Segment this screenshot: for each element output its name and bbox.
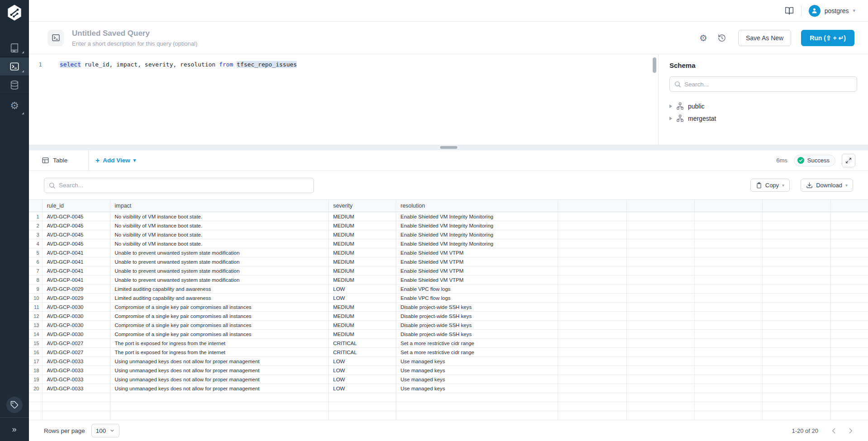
table-cell[interactable]: Enable Shielded VM VTPM <box>396 257 558 266</box>
table-cell[interactable]: LOW <box>328 357 396 366</box>
query-settings-button[interactable]: ⚙ <box>699 33 707 43</box>
table-cell[interactable]: Disable project-wide SSH keys <box>396 330 558 339</box>
table-cell[interactable]: Unable to prevent unwanted system state … <box>110 248 328 257</box>
tab-table[interactable]: Table <box>29 150 89 171</box>
table-cell[interactable]: AVD-GCP-0041 <box>42 257 110 266</box>
table-cell[interactable]: AVD-GCP-0041 <box>42 275 110 285</box>
table-cell[interactable]: MEDIUM <box>328 248 396 257</box>
table-cell[interactable]: AVD-GCP-0029 <box>42 285 110 294</box>
table-cell[interactable]: Set a more restrictive cidr range <box>396 339 558 348</box>
table-cell[interactable]: No visibility of VM instance boot state. <box>110 239 328 248</box>
docs-button[interactable] <box>785 6 794 15</box>
table-cell[interactable]: LOW <box>328 384 396 393</box>
schema-tree-item-public[interactable]: public <box>669 100 857 112</box>
column-header-impact[interactable]: impact <box>110 200 328 212</box>
next-page-button[interactable] <box>847 427 854 435</box>
editor-scrollbar-thumb[interactable] <box>653 57 656 73</box>
copy-button[interactable]: Copy ▾ <box>750 179 790 192</box>
table-cell[interactable]: Enable Shielded VM Integrity Monitoring <box>396 230 558 239</box>
table-cell[interactable]: Unable to prevent unwanted system state … <box>110 275 328 285</box>
query-title[interactable]: Untitled Saved Query <box>72 29 197 38</box>
sidebar-item-repos[interactable] <box>0 39 29 57</box>
sidebar-collapse-button[interactable]: » <box>0 417 29 441</box>
table-cell[interactable]: Use managed keys <box>396 357 558 366</box>
query-history-button[interactable] <box>717 33 726 43</box>
table-cell[interactable]: No visibility of VM instance boot state. <box>110 230 328 239</box>
table-cell[interactable]: AVD-GCP-0033 <box>42 375 110 384</box>
table-cell[interactable]: AVD-GCP-0045 <box>42 221 110 230</box>
table-cell[interactable]: AVD-GCP-0027 <box>42 339 110 348</box>
table-cell[interactable]: AVD-GCP-0030 <box>42 303 110 312</box>
mergestat-logo[interactable] <box>0 0 29 25</box>
table-cell[interactable]: MEDIUM <box>328 312 396 321</box>
table-cell[interactable]: MEDIUM <box>328 257 396 266</box>
table-cell[interactable]: The port is exposed for ingress from the… <box>110 348 328 357</box>
table-cell[interactable]: The port is exposed for ingress from the… <box>110 339 328 348</box>
table-cell[interactable]: Use managed keys <box>396 366 558 375</box>
table-cell[interactable]: Enable Shielded VM Integrity Monitoring <box>396 221 558 230</box>
table-cell[interactable]: MEDIUM <box>328 266 396 275</box>
table-cell[interactable]: Enable Shielded VM VTPM <box>396 248 558 257</box>
table-cell[interactable]: Using unmanaged keys does not allow for … <box>110 384 328 393</box>
table-cell[interactable]: Limited auditing capability and awarenes… <box>110 294 328 303</box>
table-cell[interactable]: LOW <box>328 375 396 384</box>
add-view-button[interactable]: + Add View ▾ <box>95 156 136 165</box>
save-as-new-button[interactable]: Save As New <box>738 30 791 46</box>
resize-handle[interactable] <box>440 146 457 149</box>
table-cell[interactable]: AVD-GCP-0029 <box>42 294 110 303</box>
sidebar-item-queries[interactable] <box>0 57 29 76</box>
expand-results-button[interactable] <box>842 154 855 167</box>
table-cell[interactable]: Enable Shielded VM VTPM <box>396 275 558 285</box>
table-cell[interactable]: AVD-GCP-0033 <box>42 366 110 375</box>
query-description-placeholder[interactable]: Enter a short description for this query… <box>72 40 197 47</box>
schema-search-input[interactable] <box>669 76 857 92</box>
tags-button[interactable] <box>6 397 23 413</box>
table-cell[interactable]: Disable project-wide SSH keys <box>396 321 558 330</box>
table-cell[interactable]: Enable Shielded VM Integrity Monitoring <box>396 212 558 221</box>
table-cell[interactable]: No visibility of VM instance boot state. <box>110 212 328 221</box>
table-cell[interactable]: AVD-GCP-0041 <box>42 248 110 257</box>
table-cell[interactable]: MEDIUM <box>328 239 396 248</box>
run-button[interactable]: Run (⇧ + ↵) <box>801 30 854 46</box>
table-cell[interactable]: Disable project-wide SSH keys <box>396 312 558 321</box>
column-header-resolution[interactable]: resolution <box>396 200 558 212</box>
caret-right-icon[interactable] <box>669 117 672 120</box>
table-cell[interactable]: Unable to prevent unwanted system state … <box>110 266 328 275</box>
table-cell[interactable]: CRITICAL <box>328 348 396 357</box>
column-header-severity[interactable]: severity <box>328 200 396 212</box>
table-cell[interactable]: Use managed keys <box>396 384 558 393</box>
table-cell[interactable]: MEDIUM <box>328 321 396 330</box>
table-cell[interactable]: No visibility of VM instance boot state. <box>110 221 328 230</box>
table-cell[interactable]: Compromise of a single key pair compromi… <box>110 303 328 312</box>
table-cell[interactable]: AVD-GCP-0045 <box>42 230 110 239</box>
previous-page-button[interactable] <box>830 427 838 435</box>
table-cell[interactable]: CRITICAL <box>328 339 396 348</box>
table-cell[interactable]: Enable Shielded VM VTPM <box>396 266 558 275</box>
table-cell[interactable]: Compromise of a single key pair compromi… <box>110 330 328 339</box>
table-cell[interactable]: Compromise of a single key pair compromi… <box>110 321 328 330</box>
table-cell[interactable]: Enable VPC flow logs <box>396 294 558 303</box>
table-cell[interactable]: AVD-GCP-0027 <box>42 348 110 357</box>
download-button[interactable]: Download ▾ <box>801 179 853 192</box>
table-cell[interactable]: Using unmanaged keys does not allow for … <box>110 375 328 384</box>
table-cell[interactable]: Using unmanaged keys does not allow for … <box>110 357 328 366</box>
table-cell[interactable]: Using unmanaged keys does not allow for … <box>110 366 328 375</box>
table-cell[interactable]: MEDIUM <box>328 303 396 312</box>
table-cell[interactable]: Enable VPC flow logs <box>396 285 558 294</box>
caret-right-icon[interactable] <box>669 104 672 108</box>
column-header-rule-id[interactable]: rule_id <box>42 200 110 212</box>
table-cell[interactable]: Enable Shielded VM Integrity Monitoring <box>396 239 558 248</box>
table-cell[interactable]: Set a more restrictive cidr range <box>396 348 558 357</box>
schema-tree-item-mergestat[interactable]: mergestat <box>669 112 857 124</box>
sql-editor[interactable]: 1 select rule_id, impact, severity, reso… <box>29 54 658 145</box>
user-menu[interactable]: postgres ▾ <box>809 5 855 17</box>
table-cell[interactable]: LOW <box>328 294 396 303</box>
table-cell[interactable]: MEDIUM <box>328 275 396 285</box>
table-cell[interactable]: Unable to prevent unwanted system state … <box>110 257 328 266</box>
rows-per-page-select[interactable]: 100 <box>91 424 119 437</box>
table-cell[interactable]: MEDIUM <box>328 330 396 339</box>
results-search-input[interactable] <box>44 178 314 193</box>
table-cell[interactable]: Disable project-wide SSH keys <box>396 303 558 312</box>
table-cell[interactable]: AVD-GCP-0045 <box>42 212 110 221</box>
table-cell[interactable]: AVD-GCP-0030 <box>42 330 110 339</box>
